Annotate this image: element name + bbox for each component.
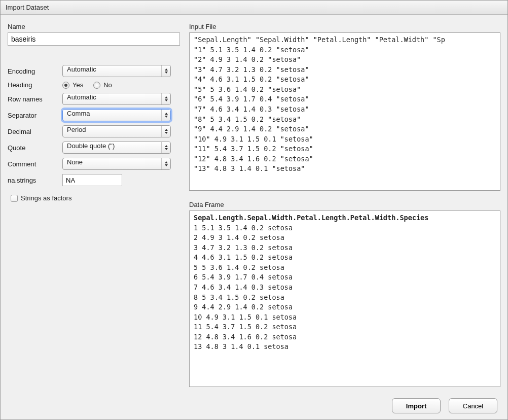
comment-select-wrap[interactable]: None [62, 158, 171, 170]
quote-select-wrap[interactable]: Double quote (") [62, 142, 171, 154]
name-input[interactable] [8, 32, 180, 46]
import-dataset-dialog: Import Dataset Name Encoding Automatic H… [0, 0, 508, 420]
encoding-select-wrap[interactable]: Automatic [62, 65, 171, 77]
options-panel: Name Encoding Automatic Heading Yes No R… [8, 20, 180, 387]
import-button[interactable]: Import [392, 398, 441, 413]
heading-yes-radio[interactable] [62, 82, 69, 89]
data-frame-preview: Sepal.Length.Sepal.Width.Petal.Length.Pe… [189, 211, 500, 387]
decimal-select[interactable]: Period [62, 125, 171, 137]
input-file-preview: "Sepal.Length" "Sepal.Width" "Petal.Leng… [189, 32, 500, 191]
separator-label: Separator [8, 112, 58, 119]
decimal-select-wrap[interactable]: Period [62, 125, 171, 137]
strings-as-factors-label: Strings as factors [21, 194, 71, 202]
data-frame-label: Data Frame [189, 201, 500, 208]
encoding-select[interactable]: Automatic [62, 65, 171, 77]
row-names-select-wrap[interactable]: Automatic [62, 93, 171, 105]
separator-select-wrap[interactable]: Comma [62, 109, 171, 121]
quote-label: Quote [8, 144, 58, 152]
preview-panel: Input File "Sepal.Length" "Sepal.Width" … [189, 20, 500, 387]
heading-radio-group: Yes No [62, 81, 180, 89]
heading-no-radio[interactable] [93, 82, 100, 89]
heading-no-label: No [103, 81, 112, 89]
input-file-label: Input File [189, 23, 500, 30]
window-title: Import Dataset [1, 1, 507, 15]
encoding-label: Encoding [8, 67, 58, 75]
na-strings-input[interactable] [62, 174, 122, 186]
na-strings-label: na.strings [8, 177, 58, 184]
cancel-button[interactable]: Cancel [449, 398, 497, 413]
dialog-footer: Import Cancel [1, 392, 507, 419]
name-label: Name [8, 23, 180, 30]
heading-label: Heading [8, 81, 58, 89]
comment-select[interactable]: None [62, 158, 171, 170]
comment-label: Comment [8, 160, 58, 168]
separator-select[interactable]: Comma [62, 109, 171, 121]
row-names-select[interactable]: Automatic [62, 93, 171, 105]
strings-as-factors-checkbox[interactable] [11, 195, 18, 202]
heading-yes-label: Yes [72, 81, 83, 89]
row-names-label: Row names [8, 95, 58, 103]
decimal-label: Decimal [8, 128, 58, 135]
quote-select[interactable]: Double quote (") [62, 142, 171, 154]
